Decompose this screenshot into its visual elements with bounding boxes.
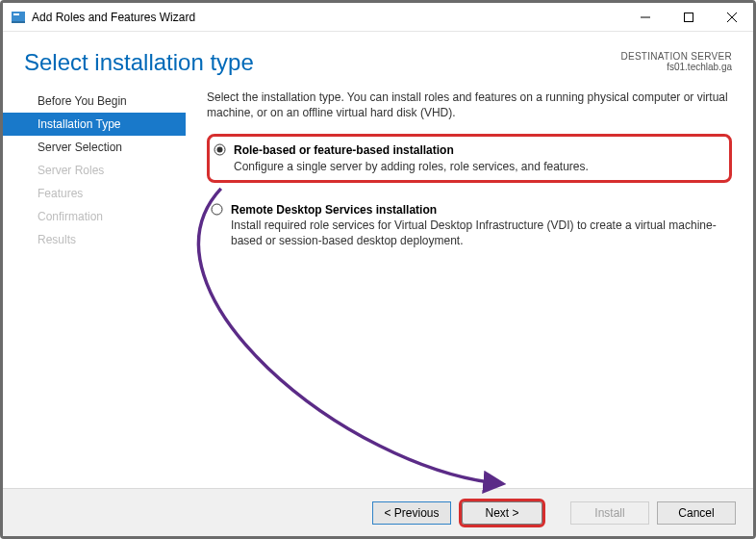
destination-label: DESTINATION SERVER bbox=[620, 51, 732, 62]
server-manager-icon bbox=[11, 10, 26, 25]
option-role-based[interactable]: Role-based or feature-based installation… bbox=[207, 134, 732, 182]
titlebar: Add Roles and Features Wizard bbox=[3, 3, 753, 32]
svg-point-9 bbox=[212, 204, 222, 215]
destination-value: fs01.techlab.ga bbox=[620, 62, 732, 72]
svg-point-8 bbox=[217, 147, 223, 153]
option-title: Role-based or feature-based installation bbox=[234, 142, 721, 158]
wizard-window: Add Roles and Features Wizard Select ins… bbox=[0, 0, 756, 539]
destination-server-block: DESTINATION SERVER fs01.techlab.ga bbox=[620, 49, 732, 72]
titlebar-text: Add Roles and Features Wizard bbox=[32, 11, 623, 24]
maximize-button[interactable] bbox=[667, 3, 710, 31]
option-desc: Configure a single server by adding role… bbox=[234, 159, 721, 174]
footer: < Previous Next > Install Cancel bbox=[3, 488, 753, 536]
step-installation-type[interactable]: Installation Type bbox=[3, 113, 186, 136]
step-before-you-begin[interactable]: Before You Begin bbox=[3, 90, 186, 113]
cancel-button[interactable]: Cancel bbox=[657, 501, 736, 525]
close-button[interactable] bbox=[710, 3, 753, 31]
option-desc: Install required role services for Virtu… bbox=[231, 218, 724, 248]
previous-button[interactable]: < Previous bbox=[372, 501, 451, 525]
step-confirmation: Confirmation bbox=[3, 205, 186, 228]
step-results: Results bbox=[3, 228, 186, 251]
option-body: Remote Desktop Services installation Ins… bbox=[231, 202, 724, 249]
intro-text: Select the installation type. You can in… bbox=[207, 90, 732, 120]
svg-rect-0 bbox=[12, 12, 25, 21]
svg-rect-4 bbox=[684, 13, 693, 21]
step-server-selection[interactable]: Server Selection bbox=[3, 136, 186, 159]
sidebar: Before You Begin Installation Type Serve… bbox=[3, 84, 186, 488]
page-title: Select installation type bbox=[24, 49, 620, 76]
header: Select installation type DESTINATION SER… bbox=[3, 32, 753, 84]
option-title: Remote Desktop Services installation bbox=[231, 202, 724, 218]
option-body: Role-based or feature-based installation… bbox=[234, 142, 721, 173]
content: Before You Begin Installation Type Serve… bbox=[3, 84, 753, 488]
svg-rect-2 bbox=[13, 13, 19, 15]
install-button: Install bbox=[570, 501, 649, 525]
option-remote-desktop[interactable]: Remote Desktop Services installation Ins… bbox=[207, 196, 732, 255]
step-features: Features bbox=[3, 182, 186, 205]
main-panel: Select the installation type. You can in… bbox=[186, 84, 753, 488]
svg-rect-1 bbox=[12, 21, 25, 23]
next-button[interactable]: Next > bbox=[459, 499, 545, 527]
minimize-button[interactable] bbox=[623, 3, 667, 31]
radio-icon[interactable] bbox=[211, 203, 223, 216]
radio-icon[interactable] bbox=[214, 143, 226, 156]
step-server-roles: Server Roles bbox=[3, 159, 186, 182]
window-controls bbox=[623, 3, 753, 31]
